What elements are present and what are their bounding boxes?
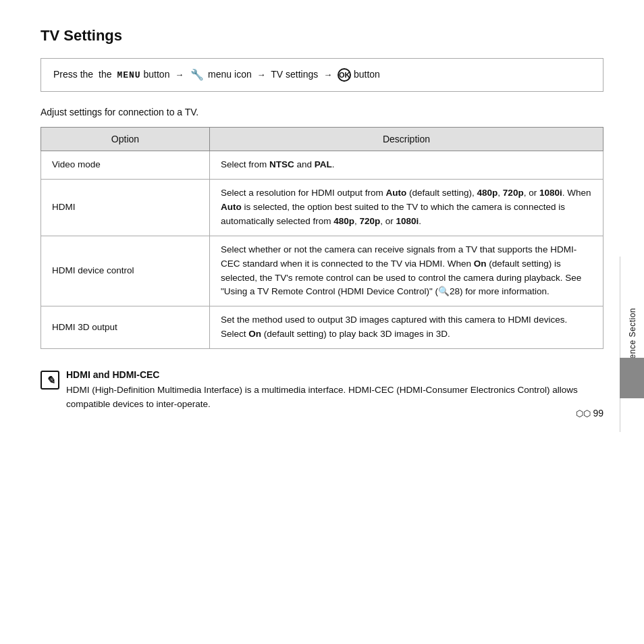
nav-arrow-3: → xyxy=(323,70,332,80)
table-cell-option: HDMI device control xyxy=(41,236,210,306)
tv-settings-text: TV settings xyxy=(271,69,318,80)
sidebar-gray-indicator xyxy=(620,358,644,398)
note-text: HDMI (High-Definition Multimedia Interfa… xyxy=(66,383,603,412)
table-cell-option: HDMI 3D output xyxy=(41,306,210,349)
ok-button-icon: OK xyxy=(338,68,351,82)
note-section: ✎ HDMI and HDMI-CEC HDMI (High-Definitio… xyxy=(41,369,603,412)
menu-icon-text: menu icon xyxy=(208,69,252,80)
subtitle: Adjust settings for connection to a TV. xyxy=(41,107,603,117)
table-cell-description: Set the method used to output 3D images … xyxy=(209,306,603,349)
nav-arrow-1: → xyxy=(175,70,184,80)
note-title: HDMI and HDMI-CEC xyxy=(66,369,603,380)
table-header-row: Option Description xyxy=(41,128,603,151)
col-header-option: Option xyxy=(41,128,210,151)
settings-icon: 🔧 xyxy=(190,67,204,83)
page-number-text: 99 xyxy=(593,408,603,419)
table-cell-option: Video mode xyxy=(41,151,210,180)
table-row: HDMI 3D outputSet the method used to out… xyxy=(41,306,603,349)
nav-suffix: button xyxy=(354,69,380,80)
nav-label: button xyxy=(144,69,170,80)
table-cell-description: Select whether or not the camera can rec… xyxy=(209,236,603,306)
note-content: HDMI and HDMI-CEC HDMI (High-Definition … xyxy=(66,369,603,412)
navigation-instruction: Press the the MENU button → 🔧 menu icon … xyxy=(41,58,603,92)
nav-arrow-2: → xyxy=(257,70,266,80)
nav-prefix: Press the xyxy=(53,69,93,80)
table-row: HDMISelect a resolution for HDMI output … xyxy=(41,179,603,236)
settings-table: Option Description Video modeSelect from… xyxy=(41,127,603,349)
table-row: Video modeSelect from NTSC and PAL. xyxy=(41,151,603,180)
page-title: TV Settings xyxy=(41,27,603,45)
table-row: HDMI device controlSelect whether or not… xyxy=(41,236,603,306)
table-cell-option: HDMI xyxy=(41,179,210,236)
note-icon: ✎ xyxy=(41,371,59,390)
binoculars-icon: ⬡⬡ xyxy=(576,408,591,419)
col-header-description: Description xyxy=(209,128,603,151)
table-cell-description: Select from NTSC and PAL. xyxy=(209,151,603,180)
table-cell-description: Select a resolution for HDMI output from… xyxy=(209,179,603,236)
reference-section-tab: Reference Section xyxy=(620,257,644,432)
menu-button-label: MENU xyxy=(117,70,140,80)
page-number: ⬡⬡ 99 xyxy=(576,408,603,419)
